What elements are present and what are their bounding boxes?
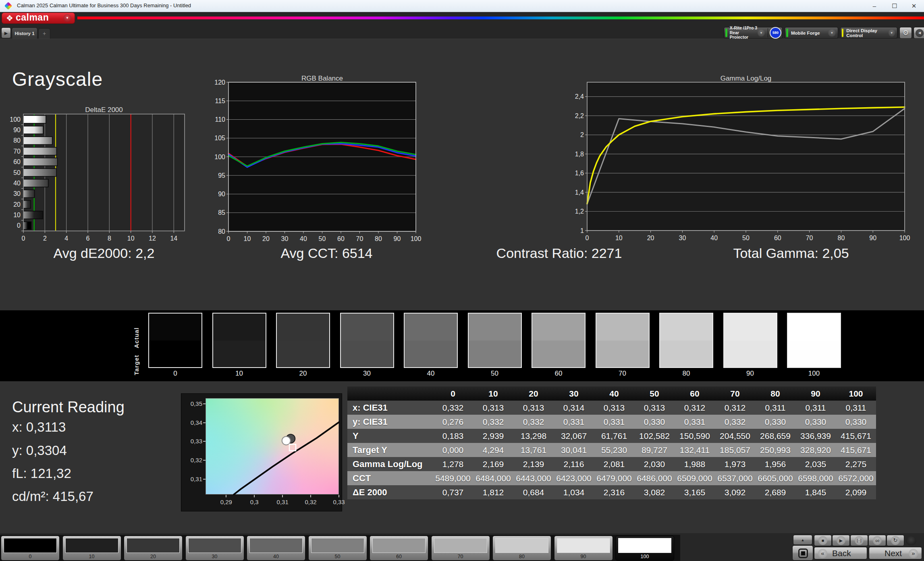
table-col-header: 20	[513, 386, 554, 401]
table-cell: 6537,000	[715, 471, 755, 485]
strip-scroll-up-button[interactable]: ▲	[793, 535, 812, 545]
svg-text:4: 4	[64, 235, 68, 242]
pattern-tile-80[interactable]: 80	[492, 536, 551, 561]
table-row-label: Target Y	[347, 443, 433, 457]
table-cell: 32,067	[554, 429, 594, 443]
toolbar: ❖ calman ▼ ▶ History 1 + X-Rite i1Pro 3 …	[0, 12, 924, 39]
table-cell: 89,727	[634, 443, 675, 457]
svg-text:105: 105	[214, 135, 225, 141]
display-control-dropdown[interactable]: Direct Display Control ▼	[840, 27, 897, 39]
svg-text:80: 80	[838, 235, 845, 241]
svg-text:1,6: 1,6	[575, 170, 584, 177]
svg-text:2,2: 2,2	[575, 112, 584, 119]
svg-text:0: 0	[17, 222, 21, 229]
rgb-balance-chart: 8085909510010511011512001020304050607080…	[210, 78, 423, 247]
table-cell: 5489,000	[433, 471, 473, 485]
workspace-expander-button[interactable]: ▶	[1, 27, 11, 38]
svg-text:100: 100	[10, 116, 21, 123]
pattern-tile-label: 40	[247, 554, 305, 559]
pattern-tile-40[interactable]: 40	[247, 536, 305, 561]
minimize-button[interactable]: –	[865, 0, 884, 12]
swatch-70	[596, 313, 650, 368]
table-row-label: y: CIE31	[347, 415, 433, 429]
chevron-right-icon: »	[909, 549, 918, 558]
pattern-tile-90[interactable]: 90	[554, 536, 613, 561]
reading-y: y: 0,3304	[12, 443, 67, 458]
pattern-step-button[interactable]: [··]	[850, 535, 868, 546]
swatch-level-label: 10	[212, 370, 266, 378]
cie-chart-panel: 0,350,340,330,320,310,290,30,310,320,33	[181, 393, 342, 511]
table-cell: 55,230	[594, 443, 634, 457]
play-button[interactable]: ▶	[832, 535, 850, 546]
meter-badge[interactable]: 580	[770, 27, 781, 39]
table-col-header: 40	[594, 386, 634, 401]
svg-text:60: 60	[774, 235, 781, 241]
back-button[interactable]: « Back	[814, 547, 867, 559]
table-cell: 2,035	[795, 457, 836, 471]
table-cell: 0,330	[836, 415, 876, 429]
meter-dropdown[interactable]: X-Rite i1Pro 3 Rear Projector ▼ 580	[724, 27, 783, 39]
calman-menu-button[interactable]: ❖ calman ▼	[2, 12, 75, 24]
svg-text:50: 50	[13, 169, 21, 176]
svg-text:10: 10	[13, 212, 21, 218]
refresh-button[interactable]: ↻	[887, 535, 904, 546]
table-cell: 0,311	[836, 401, 876, 415]
tab-history-1[interactable]: History 1	[12, 27, 37, 39]
pattern-tile-70[interactable]: 70	[431, 536, 490, 561]
table-row-Target Y: Target Y0,0004,29413,76130,04155,23089,7…	[347, 443, 876, 457]
table-cell: 0,314	[554, 401, 594, 415]
add-tab-button[interactable]: +	[38, 28, 50, 39]
svg-text:1,2: 1,2	[575, 208, 584, 215]
table-cell: 0,330	[755, 415, 795, 429]
next-button[interactable]: Next »	[869, 547, 922, 559]
table-cell: 6423,000	[554, 471, 594, 485]
table-cell: 6484,000	[473, 471, 513, 485]
table-cell: 2,275	[836, 457, 876, 471]
pattern-tile-100[interactable]: 100	[615, 536, 674, 561]
window-title: Calman 2025 Calman Ultimate for Business…	[17, 2, 191, 8]
pattern-window-button[interactable]	[792, 545, 813, 561]
close-button[interactable]: ✕	[905, 0, 923, 12]
pattern-tile-swatch	[372, 538, 426, 553]
settings-button[interactable]: ⚙	[899, 27, 912, 39]
pattern-tile-label: 50	[309, 554, 367, 559]
table-cell: 0,330	[795, 415, 836, 429]
stop-button[interactable]: ■	[814, 535, 832, 546]
table-cell: 0,332	[473, 415, 513, 429]
swatch-target	[724, 341, 777, 368]
svg-text:70: 70	[13, 148, 21, 155]
table-col-header: 10	[473, 386, 513, 401]
continuous-button[interactable]: ∞	[868, 535, 886, 546]
pattern-tile-10[interactable]: 10	[62, 536, 121, 561]
svg-text:8: 8	[108, 235, 111, 242]
actual-row-label: Actual	[133, 324, 147, 351]
swatch-target	[149, 341, 201, 368]
pattern-tile-0[interactable]: 0	[1, 536, 60, 561]
svg-text:60: 60	[337, 235, 345, 242]
stop-icon: ■	[818, 536, 827, 545]
pattern-tile-30[interactable]: 30	[185, 536, 244, 561]
table-cell: 2,139	[513, 457, 554, 471]
svg-text:2: 2	[43, 235, 47, 242]
table-cell: 2,316	[594, 485, 634, 499]
svg-text:14: 14	[170, 235, 177, 242]
table-cell: 0,313	[594, 401, 634, 415]
pattern-step-icon: [··]	[855, 536, 864, 545]
maximize-button[interactable]: ☐	[885, 0, 904, 12]
table-cell: 336,939	[795, 429, 836, 443]
svg-text:30: 30	[281, 235, 289, 242]
svg-text:6: 6	[86, 235, 90, 242]
table-cell: 2,939	[473, 429, 513, 443]
swatch-actual	[469, 314, 521, 341]
table-col-header: 50	[634, 386, 675, 401]
collapse-panel-button[interactable]: ◀	[914, 27, 924, 39]
pattern-tile-60[interactable]: 60	[370, 536, 428, 561]
table-cell: 0,330	[634, 415, 675, 429]
chevron-down-icon: ▼	[63, 14, 71, 22]
svg-text:40: 40	[300, 235, 307, 242]
source-dropdown[interactable]: Mobile Forge ▼	[785, 27, 838, 39]
pattern-tile-50[interactable]: 50	[308, 536, 367, 561]
svg-text:20: 20	[647, 235, 654, 241]
pattern-tile-20[interactable]: 20	[124, 536, 183, 561]
swatch-target	[596, 341, 649, 368]
